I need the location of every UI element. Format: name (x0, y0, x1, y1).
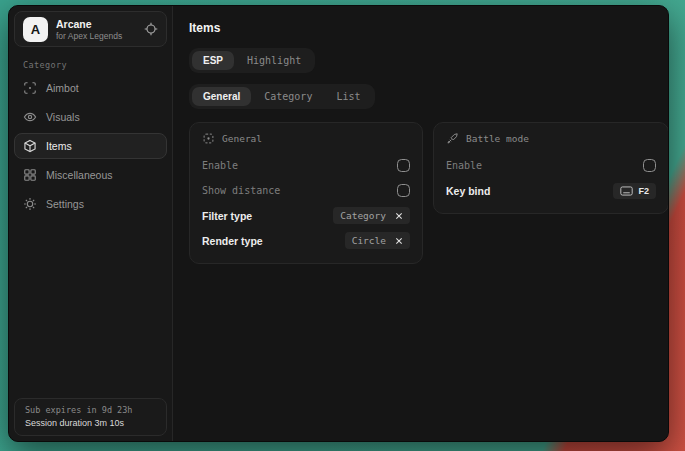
gear-icon (23, 197, 37, 211)
app-header-card: A Arcane for Apex Legends (14, 11, 167, 47)
tab-list[interactable]: List (325, 87, 371, 106)
sidebar: A Arcane for Apex Legends Category (9, 6, 173, 441)
setting-row-filter-type: Filter type Category (202, 203, 410, 228)
show-distance-checkbox[interactable] (397, 184, 410, 197)
keybind-chip[interactable]: F2 (613, 183, 656, 199)
battle-mode-panel: Battle mode Enable Key bind (433, 122, 669, 214)
tab-category[interactable]: Category (253, 87, 323, 106)
setting-row-render-type: Render type Circle (202, 228, 410, 253)
sidebar-item-label: Visuals (46, 111, 80, 123)
sidebar-item-label: Items (46, 140, 72, 152)
panels-row: General Enable Show distance Filter type… (189, 122, 669, 264)
tag-value: Circle (352, 235, 386, 246)
tab-esp[interactable]: ESP (192, 51, 234, 70)
sidebar-section-label: Category (23, 60, 167, 70)
sidebar-item-label: Aimbot (46, 82, 79, 94)
setting-row-enable: Enable (202, 153, 410, 178)
sword-icon (446, 132, 459, 145)
sidebar-item-label: Miscellaneous (46, 169, 113, 181)
app-subtitle: for Apex Legends (56, 31, 122, 41)
sub-expiry-text: Sub expires in 9d 23h (25, 405, 156, 415)
app-title: Arcane (56, 18, 122, 30)
setting-row-enable: Enable (446, 153, 656, 178)
setting-row-key-bind: Key bind F2 (446, 178, 656, 203)
keyboard-icon (620, 186, 633, 196)
battle-enable-checkbox[interactable] (643, 159, 656, 172)
setting-label: Render type (202, 235, 263, 247)
close-icon[interactable] (395, 212, 403, 220)
app-window: A Arcane for Apex Legends Category (8, 5, 669, 442)
tab-highlight[interactable]: Highlight (236, 51, 312, 70)
mode-tab-group: ESP Highlight (189, 48, 315, 73)
grid-icon (23, 168, 37, 182)
filter-type-tag[interactable]: Category (333, 207, 410, 224)
setting-label: Enable (202, 160, 238, 171)
close-icon[interactable] (395, 237, 403, 245)
box-icon (23, 139, 37, 153)
sidebar-item-label: Settings (46, 198, 84, 210)
tag-value: Category (340, 210, 386, 221)
eye-icon (23, 110, 37, 124)
tab-general[interactable]: General (192, 87, 251, 106)
main-content: Items ESP Highlight General Category Lis… (173, 6, 669, 441)
sun-icon (202, 132, 215, 145)
target-icon[interactable] (144, 22, 158, 36)
enable-checkbox[interactable] (397, 159, 410, 172)
general-panel: General Enable Show distance Filter type… (189, 122, 423, 264)
panel-title: Battle mode (466, 133, 529, 144)
view-tab-group: General Category List (189, 84, 375, 109)
setting-row-show-distance: Show distance (202, 178, 410, 203)
setting-label: Enable (446, 160, 482, 171)
page-title: Items (189, 21, 669, 35)
setting-label: Show distance (202, 185, 280, 196)
sidebar-item-miscellaneous[interactable]: Miscellaneous (14, 162, 167, 188)
setting-label: Filter type (202, 210, 252, 222)
keybind-value: F2 (638, 186, 649, 196)
app-logo: A (23, 17, 48, 42)
sidebar-item-aimbot[interactable]: Aimbot (14, 75, 167, 101)
render-type-tag[interactable]: Circle (345, 232, 410, 249)
sidebar-nav: Aimbot Visuals Items (14, 75, 167, 217)
subscription-card: Sub expires in 9d 23h Session duration 3… (14, 398, 167, 436)
setting-label: Key bind (446, 185, 490, 197)
crosshair-icon (23, 81, 37, 95)
sidebar-item-settings[interactable]: Settings (14, 191, 167, 217)
sidebar-item-visuals[interactable]: Visuals (14, 104, 167, 130)
panel-title: General (222, 133, 262, 144)
session-duration-text: Session duration 3m 10s (25, 418, 156, 428)
sidebar-item-items[interactable]: Items (14, 133, 167, 159)
